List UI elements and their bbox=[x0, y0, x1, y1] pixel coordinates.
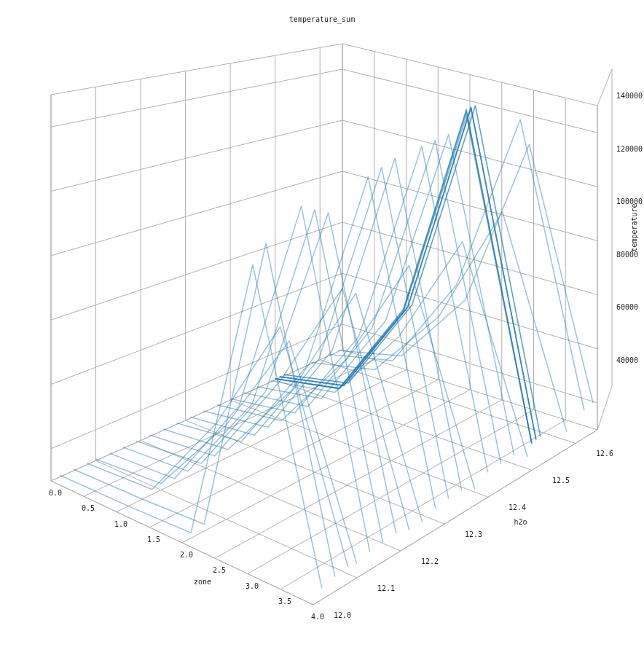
chart-title: temperature_sum bbox=[289, 15, 355, 24]
svg-line-58 bbox=[597, 69, 612, 106]
svg-line-56 bbox=[597, 386, 612, 430]
chart-svg: temperature_sum 0.00.51.01.52.02.53.03.5… bbox=[0, 0, 644, 655]
svg-text:2.0: 2.0 bbox=[180, 551, 193, 559]
svg-text:12.5: 12.5 bbox=[552, 476, 570, 485]
svg-text:1.5: 1.5 bbox=[147, 536, 160, 544]
svg-text:0.5: 0.5 bbox=[82, 504, 95, 512]
svg-text:120000: 120000 bbox=[616, 145, 643, 153]
svg-text:12.3: 12.3 bbox=[465, 530, 482, 538]
svg-text:12.4: 12.4 bbox=[508, 503, 526, 511]
svg-text:140000: 140000 bbox=[616, 92, 643, 100]
svg-text:60000: 60000 bbox=[616, 303, 638, 311]
y-axis-label: h2o bbox=[514, 518, 527, 526]
chart-root: { "chart_data": { "type": "line", "dimen… bbox=[0, 0, 644, 655]
svg-text:3.0: 3.0 bbox=[246, 582, 259, 590]
svg-text:12.0: 12.0 bbox=[334, 611, 351, 619]
svg-text:12.6: 12.6 bbox=[596, 450, 613, 458]
svg-text:2.5: 2.5 bbox=[213, 566, 226, 574]
svg-text:4.0: 4.0 bbox=[311, 613, 324, 621]
svg-text:0.0: 0.0 bbox=[49, 489, 62, 497]
x-axis-label: zone bbox=[194, 578, 211, 586]
svg-text:12.2: 12.2 bbox=[421, 557, 439, 565]
svg-text:1.0: 1.0 bbox=[114, 520, 127, 528]
svg-text:40000: 40000 bbox=[616, 356, 638, 364]
svg-text:3.5: 3.5 bbox=[278, 597, 291, 605]
z-axis-label: temperature bbox=[630, 203, 638, 251]
svg-text:12.1: 12.1 bbox=[377, 584, 395, 592]
